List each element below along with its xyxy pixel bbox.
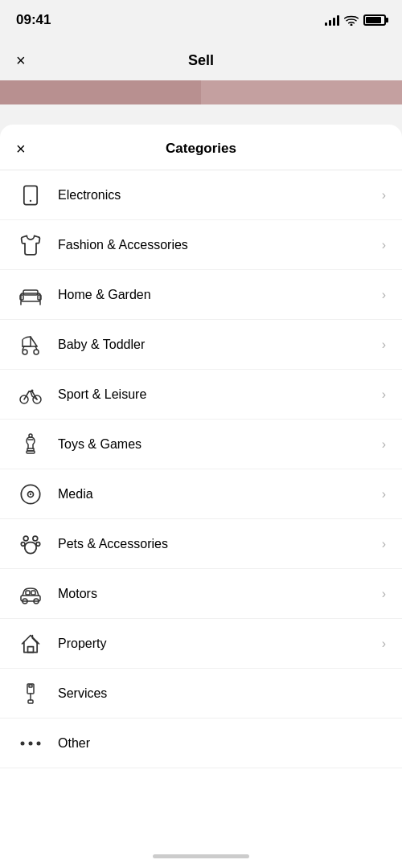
chevron-icon: › [382,537,386,551]
dots-icon [16,729,45,758]
modal-close-button[interactable]: × [16,140,26,158]
modal-title: Categories [166,141,236,157]
background-strip [0,80,402,104]
category-item-pets[interactable]: Pets & Accessories › [0,519,402,569]
chevron-icon: › [382,387,386,402]
paw-icon [16,530,45,559]
category-label-electronics: Electronics [58,188,375,203]
disc-icon [16,480,45,509]
svg-point-24 [23,536,28,541]
paint-icon [16,679,45,708]
sell-title: Sell [188,52,214,69]
chess-icon [16,430,45,459]
category-label-property: Property [58,637,375,651]
svg-rect-37 [28,700,33,703]
svg-rect-35 [29,685,32,687]
svg-point-26 [21,542,25,546]
svg-point-0 [351,24,352,26]
svg-rect-1 [24,186,37,204]
svg-point-40 [37,741,41,745]
svg-point-12 [23,350,27,354]
modal-header: × Categories [0,125,402,170]
chevron-icon: › [382,338,386,352]
sell-close-button[interactable]: × [16,51,26,70]
svg-point-13 [34,350,39,354]
chevron-icon: › [382,487,386,502]
house-icon [16,629,45,658]
car-icon [16,579,45,608]
bicycle-icon [16,380,45,409]
svg-point-25 [33,536,38,541]
category-label-other: Other [58,736,386,751]
svg-rect-34 [27,684,34,694]
category-item-other[interactable]: Other [0,719,402,768]
category-label-services: Services [58,686,386,701]
svg-rect-33 [28,646,34,652]
svg-point-23 [30,493,31,494]
category-label-sport-leisure: Sport & Leisure [58,387,375,402]
stroller-icon [16,330,45,359]
category-item-motors[interactable]: Motors › [0,569,402,619]
category-item-home-garden[interactable]: Home & Garden › [0,270,402,320]
category-item-property[interactable]: Property › [0,619,402,669]
category-label-pets: Pets & Accessories [58,537,375,551]
chevron-icon: › [382,587,386,601]
chevron-icon: › [382,288,386,302]
chevron-icon: › [382,238,386,252]
chevron-icon: › [382,188,386,203]
category-item-toys-games[interactable]: Toys & Games › [0,420,402,469]
svg-point-38 [21,741,25,745]
chevron-icon: › [382,437,386,452]
category-item-media[interactable]: Media › [0,469,402,519]
svg-point-27 [36,542,40,546]
category-label-home-garden: Home & Garden [58,288,375,302]
status-icons [325,14,386,26]
category-label-toys-games: Toys & Games [58,437,375,452]
svg-rect-28 [21,596,40,601]
category-item-services[interactable]: Services [0,669,402,719]
phone-icon [16,181,45,210]
sofa-icon [16,280,45,309]
svg-rect-7 [20,295,23,300]
category-label-media: Media [58,487,375,502]
chevron-icon: › [382,637,386,651]
battery-icon [363,14,386,26]
category-item-baby-toddler[interactable]: Baby & Toddler › [0,320,402,370]
categories-modal: × Categories Electronics › Fashion & Acc… [0,125,402,868]
signal-bars-icon [325,14,339,26]
sell-header: × Sell [0,40,402,80]
category-label-baby-toddler: Baby & Toddler [58,338,375,352]
category-label-motors: Motors [58,587,375,601]
status-bar: 09:41 [0,0,402,40]
svg-rect-8 [38,295,41,300]
svg-rect-32 [31,591,35,595]
shirt-icon [16,231,45,260]
svg-rect-4 [23,290,38,295]
category-item-fashion[interactable]: Fashion & Accessories › [0,220,402,270]
svg-rect-31 [26,591,30,595]
category-list: Electronics › Fashion & Accessories › [0,170,402,768]
status-time: 09:41 [16,12,51,28]
home-indicator [153,854,249,858]
category-label-fashion: Fashion & Accessories [58,238,375,252]
svg-point-20 [29,434,32,437]
category-item-sport-leisure[interactable]: Sport & Leisure › [0,370,402,420]
category-item-electronics[interactable]: Electronics › [0,170,402,220]
wifi-icon [344,14,359,26]
svg-point-39 [29,741,33,745]
